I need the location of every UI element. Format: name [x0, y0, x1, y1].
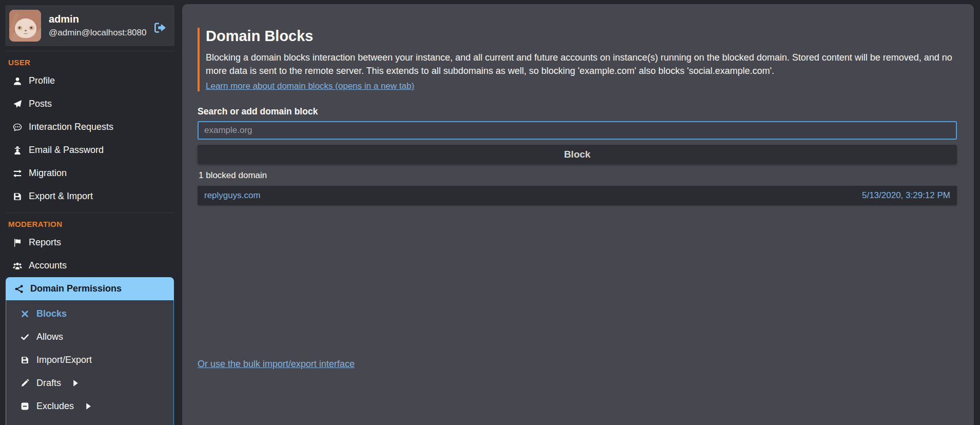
blocked-domain-row[interactable]: replyguys.com 5/13/2020, 3:29:12 PM	[198, 186, 957, 205]
caret-right-icon	[71, 379, 80, 388]
comment-dots-icon	[13, 123, 22, 132]
domain-search-input[interactable]	[198, 121, 957, 140]
sidebar-item-accounts[interactable]: Accounts	[5, 254, 174, 277]
divider	[5, 51, 174, 51]
share-nodes-icon	[14, 284, 24, 294]
submenu-item-drafts[interactable]: Drafts	[6, 372, 173, 395]
submenu-item-allows[interactable]: Allows	[6, 325, 173, 349]
submenu-item-import-export[interactable]: Import/Export	[6, 349, 173, 372]
user-handle: @admin@localhost:8080	[49, 28, 146, 38]
main-panel: Domain Blocks Blocking a domain blocks i…	[182, 4, 974, 425]
block-button[interactable]: Block	[198, 145, 957, 164]
sidebar-item-label: Migration	[29, 168, 67, 179]
bulk-link-wrap: Or use the bulk import/export interface	[198, 359, 957, 370]
minus-square-icon	[21, 402, 29, 411]
sidebar-item-label: Reports	[29, 237, 61, 248]
blocked-domain-count: 1 blocked domain	[199, 170, 957, 181]
sidebar-item-label: Email & Password	[29, 145, 104, 156]
user-info: admin @admin@localhost:8080	[49, 13, 146, 38]
submenu-item-label: Import/Export	[36, 355, 92, 365]
sidebar-item-label: Interaction Requests	[29, 122, 113, 132]
sidebar-item-interaction-requests[interactable]: Interaction Requests	[5, 115, 174, 139]
domain-permissions-submenu: Blocks Allows Import/Export Drafts Exclu…	[6, 300, 174, 425]
sidebar-item-label: Domain Permissions	[30, 283, 122, 294]
floppy-icon	[13, 192, 22, 201]
sidebar-item-profile[interactable]: Profile	[5, 69, 174, 92]
sidebar-item-migration[interactable]: Migration	[5, 162, 174, 185]
user-card: admin @admin@localhost:8080	[5, 5, 174, 46]
submenu-item-label: Allows	[36, 332, 63, 342]
sign-out-icon[interactable]	[153, 22, 167, 33]
submenu-item-label: Drafts	[36, 378, 61, 389]
submenu-item-blocks[interactable]: Blocks	[6, 302, 173, 325]
submenu-item-label: Blocks	[36, 308, 67, 319]
page-description: Blocking a domain blocks interaction bet…	[206, 51, 957, 78]
sidebar-item-email-password[interactable]: Email & Password	[5, 139, 174, 162]
sidebar-item-label: Posts	[29, 99, 52, 109]
caret-right-icon	[84, 402, 93, 411]
search-label: Search or add domain block	[198, 106, 957, 117]
sidebar-item-domain-permissions[interactable]: Domain Permissions	[6, 277, 174, 300]
submenu-item-subscriptions[interactable]: Subscriptions	[6, 418, 173, 425]
check-icon	[21, 333, 29, 341]
flag-icon	[13, 238, 22, 247]
page-header: Domain Blocks Blocking a domain blocks i…	[198, 28, 957, 91]
section-label-user: USER	[8, 58, 174, 67]
sidebar-item-label: Accounts	[29, 260, 67, 271]
users-icon	[13, 261, 22, 271]
sidebar-item-label: Profile	[29, 75, 55, 86]
floppy-icon	[21, 356, 29, 364]
paper-plane-icon	[13, 100, 22, 109]
sidebar-item-reports[interactable]: Reports	[5, 231, 174, 254]
pencil-icon	[21, 379, 29, 388]
page-title: Domain Blocks	[206, 28, 957, 45]
sidebar-item-export-import[interactable]: Export & Import	[5, 185, 174, 208]
exchange-icon	[13, 169, 22, 178]
blocked-domain-link[interactable]: replyguys.com	[204, 190, 261, 201]
sidebar: admin @admin@localhost:8080 USER Profile…	[0, 0, 182, 425]
username: admin	[49, 13, 146, 25]
user-icon	[13, 76, 22, 86]
divider	[5, 212, 174, 213]
user-secret-icon	[13, 146, 22, 155]
submenu-item-excludes[interactable]: Excludes	[6, 395, 173, 418]
sidebar-item-label: Export & Import	[29, 191, 93, 202]
submenu-item-label: Excludes	[36, 401, 74, 412]
blocked-domain-date: 5/13/2020, 3:29:12 PM	[862, 190, 950, 201]
sidebar-item-posts[interactable]: Posts	[5, 92, 174, 115]
learn-more-link[interactable]: Learn more about domain blocks (opens in…	[206, 81, 414, 91]
bulk-import-export-link[interactable]: Or use the bulk import/export interface	[198, 359, 355, 369]
x-icon	[21, 310, 29, 318]
avatar	[9, 10, 41, 42]
sidebar-nav: USER Profile Posts Interaction Requests …	[5, 58, 174, 425]
section-label-moderation: MODERATION	[8, 220, 174, 228]
